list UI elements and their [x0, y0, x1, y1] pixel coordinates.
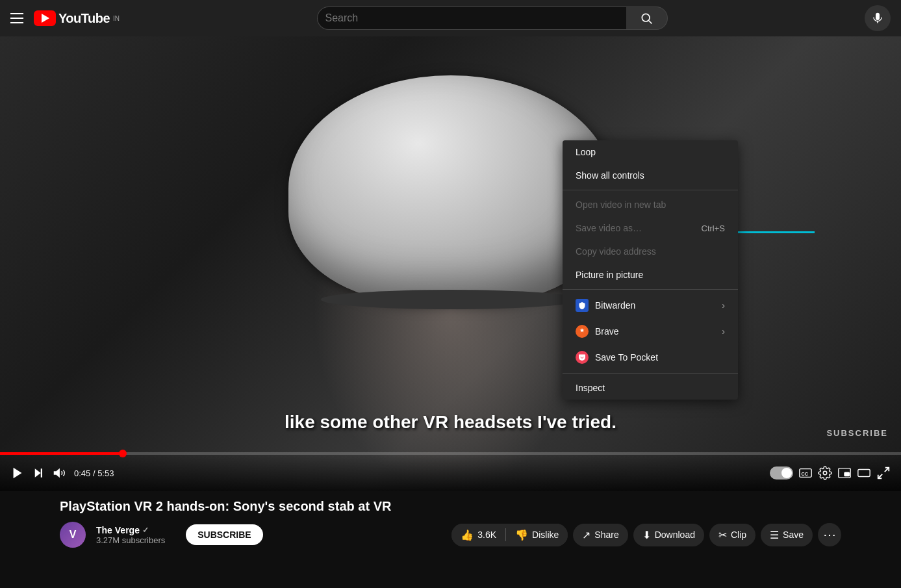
autoplay-toggle[interactable]: [770, 467, 793, 479]
ctx-copy-address[interactable]: Copy video address: [563, 240, 738, 263]
autoplay-thumb: [781, 468, 792, 478]
ctx-inspect[interactable]: Inspect: [563, 376, 738, 400]
save-icon: ☰: [770, 529, 779, 541]
play-triangle-icon: [42, 14, 49, 23]
miniplayer-button[interactable]: [837, 466, 852, 480]
next-button[interactable]: [32, 467, 44, 479]
share-icon: ↗: [582, 529, 590, 541]
download-icon: ⬇: [642, 529, 651, 541]
clip-icon: ✂: [718, 529, 727, 541]
channel-name: The Verge ✓: [96, 525, 165, 535]
arrow-line: [737, 231, 815, 233]
svg-line-13: [878, 474, 882, 478]
svg-rect-4: [41, 468, 42, 478]
header-center: [130, 6, 854, 30]
subscribe-button[interactable]: SUBSCRIBE: [186, 524, 262, 545]
ctx-loop[interactable]: Loop: [563, 140, 738, 164]
header-left: YouTubeIN: [10, 10, 120, 26]
action-row: 👍 3.6K 👎 Dislike ↗ Share ⬇ Download ✂ Cl…: [451, 523, 841, 546]
subscribe-watermark: SUBSCRIBE: [826, 428, 888, 438]
time-display: 0:45 / 5:53: [74, 468, 114, 478]
brave-icon: [576, 325, 589, 338]
video-title: PlayStation VR 2 hands-on: Sony's second…: [60, 499, 841, 514]
like-button[interactable]: 👍 3.6K: [451, 524, 505, 546]
like-icon: 👍: [461, 529, 474, 541]
bitwarden-arrow: ›: [722, 300, 725, 311]
mute-button[interactable]: [52, 466, 66, 480]
voice-search-button[interactable]: [865, 5, 891, 31]
channel-avatar[interactable]: V: [60, 522, 86, 548]
youtube-country: IN: [113, 15, 120, 22]
ctx-separator-2: [563, 289, 738, 290]
svg-rect-11: [858, 470, 870, 477]
svg-point-8: [823, 471, 827, 475]
video-background: [0, 36, 901, 491]
subscriber-count: 3.27M subscribers: [96, 535, 165, 545]
youtube-wordmark: YouTube: [58, 11, 110, 26]
clip-button[interactable]: ✂ Clip: [709, 524, 755, 546]
settings-button[interactable]: [818, 466, 832, 480]
svg-marker-5: [54, 468, 60, 478]
context-menu: Loop Show all controls Open video in new…: [563, 140, 738, 400]
verified-badge: ✓: [142, 526, 149, 535]
youtube-icon: [34, 10, 56, 26]
svg-rect-10: [844, 472, 849, 476]
ctx-pip[interactable]: Picture in picture: [563, 263, 738, 287]
like-dislike-group: 👍 3.6K 👎 Dislike: [451, 524, 568, 546]
search-button[interactable]: [626, 6, 668, 30]
ctx-bitwarden[interactable]: Bitwarden ›: [563, 292, 738, 318]
below-video: PlayStation VR 2 hands-on: Sony's second…: [0, 491, 901, 556]
youtube-logo[interactable]: YouTubeIN: [34, 10, 120, 26]
pip-arrow-annotation: [728, 227, 815, 237]
hamburger-menu[interactable]: [10, 13, 23, 23]
bitwarden-icon: [576, 299, 589, 312]
header: YouTubeIN: [0, 0, 901, 36]
play-button[interactable]: [10, 466, 25, 480]
video-container[interactable]: like some other VR headsets I've tried. …: [0, 36, 901, 491]
download-button[interactable]: ⬇ Download: [633, 524, 704, 546]
brave-arrow: ›: [722, 326, 725, 337]
svg-marker-3: [35, 468, 41, 478]
save-button[interactable]: ☰ Save: [761, 524, 813, 546]
ctx-show-all-controls[interactable]: Show all controls: [563, 164, 738, 187]
more-actions-button[interactable]: ⋯: [818, 523, 841, 546]
captions-button[interactable]: CC: [798, 466, 813, 480]
ctx-separator-3: [563, 373, 738, 374]
theatre-mode-button[interactable]: [857, 466, 871, 480]
svg-text:CC: CC: [802, 471, 809, 477]
autoplay-track[interactable]: [770, 467, 793, 479]
fullscreen-button[interactable]: [876, 466, 891, 480]
svg-point-0: [642, 14, 650, 21]
svg-line-12: [885, 468, 889, 472]
channel-row: V The Verge ✓ 3.27M subscribers SUBSCRIB…: [60, 522, 841, 548]
search-input[interactable]: [317, 6, 626, 30]
player-controls: 0:45 / 5:53 CC: [0, 455, 901, 491]
svg-marker-2: [14, 468, 22, 479]
ctx-brave[interactable]: Brave ›: [563, 318, 738, 344]
ctx-open-new-tab[interactable]: Open video in new tab: [563, 193, 738, 216]
dislike-icon: 👎: [515, 529, 528, 541]
header-right: [865, 5, 891, 31]
svg-line-1: [649, 21, 652, 24]
search-bar: [317, 6, 668, 30]
ctx-save-video-as[interactable]: Save video as… Ctrl+S: [563, 216, 738, 240]
share-button[interactable]: ↗ Share: [573, 524, 628, 546]
ctx-save-to-pocket[interactable]: Save To Pocket: [563, 344, 738, 370]
controls-right: CC: [770, 466, 891, 480]
dislike-button[interactable]: 👎 Dislike: [506, 524, 568, 546]
channel-info: The Verge ✓ 3.27M subscribers: [96, 525, 165, 545]
pocket-icon: [576, 351, 589, 364]
ctx-separator-1: [563, 190, 738, 190]
